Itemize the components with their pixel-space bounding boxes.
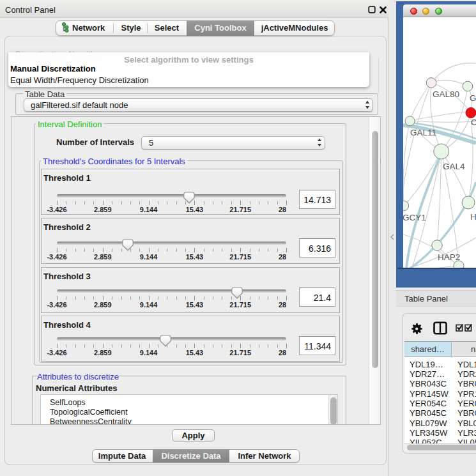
- svg-text:GAL11: GAL11: [410, 128, 436, 137]
- svg-text:HAP2: HAP2: [438, 252, 460, 262]
- svg-text:C: C: [471, 118, 476, 127]
- svg-text:GAL4: GAL4: [443, 162, 465, 171]
- svg-text:GCY1: GCY1: [403, 213, 426, 222]
- svg-text:H: H: [470, 212, 476, 222]
- svg-text:GA: GA: [470, 93, 476, 103]
- svg-text:GAL80: GAL80: [433, 89, 459, 99]
